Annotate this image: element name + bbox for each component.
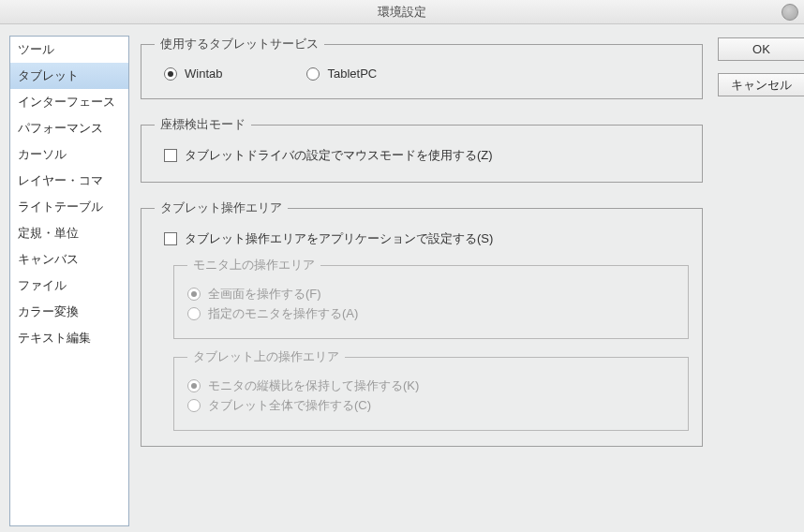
checkbox-mouse-mode[interactable]: タブレットドライバの設定でマウスモードを使用する(Z) (164, 147, 689, 164)
group-coord-mode: 座標検出モード タブレットドライバの設定でマウスモードを使用する(Z) (141, 116, 703, 183)
group-tablet-service: 使用するタブレットサービス Wintab TabletPC (141, 36, 703, 99)
radio-monitor-full-label: 全画面を操作する(F) (208, 286, 321, 303)
checkbox-set-area-by-app-label: タブレット操作エリアをアプリケーションで設定する(S) (185, 230, 493, 247)
cancel-button[interactable]: キャンセル (718, 73, 804, 96)
radio-monitor-specified-label: 指定のモニタを操作する(A) (208, 305, 358, 322)
sidebar-item-performance[interactable]: パフォーマンス (10, 115, 128, 141)
checkbox-icon (164, 149, 177, 162)
radio-tabletpc-label: TabletPC (327, 66, 377, 81)
radio-tablet-keep-ratio-label: モニタの縦横比を保持して操作する(K) (208, 377, 419, 394)
radio-icon (187, 307, 201, 320)
radio-monitor-specified: 指定のモニタを操作する(A) (187, 305, 675, 322)
sidebar-item-tablet[interactable]: タブレット (10, 63, 128, 89)
group-coord-mode-legend: 座標検出モード (155, 116, 251, 133)
radio-tablet-keep-ratio: モニタの縦横比を保持して操作する(K) (187, 377, 675, 394)
radio-tablet-whole-label: タブレット全体で操作する(C) (208, 397, 371, 414)
radio-icon (187, 288, 201, 301)
radio-monitor-full: 全画面を操作する(F) (187, 286, 675, 303)
checkbox-icon (164, 232, 177, 245)
radio-tablet-whole: タブレット全体で操作する(C) (187, 397, 675, 414)
group-tablet-service-legend: 使用するタブレットサービス (155, 36, 324, 52)
title-bar: 環境設定 (0, 0, 804, 24)
radio-icon (187, 379, 201, 392)
radio-icon (164, 67, 177, 81)
group-operation-area-legend: タブレット操作エリア (155, 200, 288, 216)
sidebar-item-ruler-unit[interactable]: 定規・単位 (10, 220, 128, 246)
subgroup-monitor-area-legend: モニタ上の操作エリア (187, 257, 320, 273)
ok-button[interactable]: OK (718, 37, 804, 61)
subgroup-tablet-area-legend: タブレット上の操作エリア (187, 348, 345, 365)
sidebar-item-tool[interactable]: ツール (10, 37, 128, 63)
category-list[interactable]: ツール タブレット インターフェース パフォーマンス カーソル レイヤー・コマ … (9, 36, 129, 526)
window-title: 環境設定 (378, 5, 426, 19)
radio-wintab-label: Wintab (185, 66, 222, 81)
sidebar-item-cursor[interactable]: カーソル (10, 141, 128, 168)
sidebar-item-text-edit[interactable]: テキスト編集 (10, 325, 128, 351)
subgroup-monitor-area: モニタ上の操作エリア 全画面を操作する(F) 指定のモニタを操作する(A) (173, 257, 689, 339)
sidebar-item-layer-frame[interactable]: レイヤー・コマ (10, 168, 128, 194)
radio-wintab[interactable]: Wintab (164, 66, 222, 81)
sidebar-item-canvas[interactable]: キャンバス (10, 246, 128, 273)
group-operation-area: タブレット操作エリア タブレット操作エリアをアプリケーションで設定する(S) モ… (141, 200, 703, 447)
sidebar-item-interface[interactable]: インターフェース (10, 89, 128, 115)
checkbox-mouse-mode-label: タブレットドライバの設定でマウスモードを使用する(Z) (185, 147, 493, 164)
checkbox-set-area-by-app[interactable]: タブレット操作エリアをアプリケーションで設定する(S) (164, 230, 689, 247)
radio-icon (306, 67, 320, 81)
sidebar-item-color-conversion[interactable]: カラー変換 (10, 299, 128, 325)
radio-tabletpc[interactable]: TabletPC (306, 66, 377, 81)
close-icon[interactable] (782, 4, 798, 21)
sidebar-item-file[interactable]: ファイル (10, 273, 128, 299)
radio-icon (187, 399, 201, 412)
sidebar-item-light-table[interactable]: ライトテーブル (10, 194, 128, 220)
subgroup-tablet-area: タブレット上の操作エリア モニタの縦横比を保持して操作する(K) タブレット全体… (173, 348, 689, 431)
